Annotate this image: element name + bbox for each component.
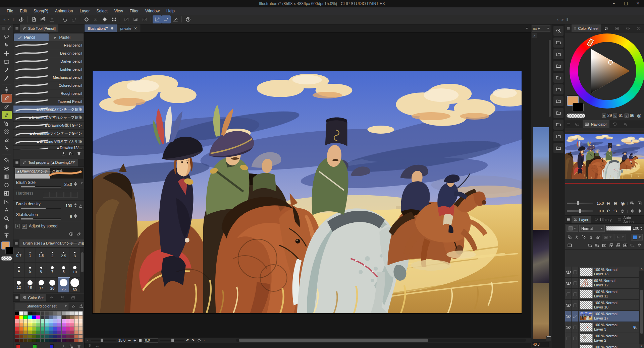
color-swatch[interactable] [36, 335, 40, 338]
layer-thumbnail[interactable] [580, 301, 593, 309]
color-swatch[interactable] [66, 316, 70, 319]
color-swatch[interactable] [28, 319, 32, 323]
color-swatch[interactable] [28, 331, 32, 335]
layer-visibility-eye-icon[interactable] [566, 271, 571, 274]
brush-size-17[interactable]: 17 [36, 278, 47, 293]
subtool-item[interactable]: Real pencil [13, 41, 84, 49]
brush-size-panel-menu-icon[interactable] [13, 239, 19, 247]
color-mode-toggle-icon[interactable]: ◎ [637, 113, 641, 119]
color-swatch[interactable] [45, 339, 49, 342]
approximate-color-tab[interactable] [612, 24, 623, 32]
brush-size-1.5[interactable]: 1.5 [36, 248, 47, 263]
color-swatch[interactable] [19, 327, 23, 331]
brush-size-scrollbar[interactable] [80, 248, 84, 293]
combine-to-lower-layer-icon[interactable] [615, 242, 622, 249]
stabilization-slider[interactable] [21, 218, 61, 220]
transfer-to-lower-layer-icon[interactable] [608, 242, 614, 249]
nav-fit-window-icon[interactable] [630, 200, 635, 206]
tool-eraser[interactable] [2, 136, 12, 144]
color-swatch[interactable] [28, 311, 32, 315]
transparent-color-swatch[interactable] [1, 256, 12, 261]
layer-check-box[interactable] [573, 281, 577, 285]
brush-size-12[interactable]: 12 [13, 278, 24, 293]
delete-subtool-icon[interactable] [76, 151, 82, 156]
color-swatch[interactable] [62, 331, 66, 335]
layer-row[interactable]: 100 % Normal Layer 13 [565, 267, 639, 278]
color-swatch[interactable] [23, 327, 28, 331]
brush-size-10[interactable]: 10 [69, 263, 80, 278]
color-swatch[interactable] [62, 311, 66, 315]
layer-check-box[interactable] [573, 337, 577, 340]
color-swatch[interactable] [23, 339, 28, 342]
artwork-canvas[interactable] [93, 71, 522, 313]
layer-row[interactable]: 60 % Normal Layer 12 [565, 278, 639, 289]
navigator-preview[interactable] [565, 134, 644, 179]
layer-visibility-eye-icon[interactable] [566, 315, 571, 318]
create-layer-mask-icon[interactable] [622, 242, 629, 249]
mat-image-button[interactable] [553, 108, 564, 118]
subtool-item[interactable]: ▲Drawing2/かすれシャープ鉛筆 [13, 114, 84, 122]
brush-size-5[interactable]: 5 [24, 263, 36, 278]
hardness-segments[interactable] [43, 192, 78, 198]
brush-size-large[interactable] [47, 293, 58, 293]
color-swatch[interactable] [78, 331, 83, 335]
tool-spark[interactable] [2, 223, 12, 231]
nav-rotate-right-icon[interactable]: ↷ [613, 208, 618, 214]
brush-size-large[interactable] [36, 293, 47, 293]
tool-move[interactable] [2, 49, 12, 58]
detail-settings-icon[interactable] [76, 231, 82, 236]
tool-blend[interactable] [2, 144, 12, 153]
apply-mask-icon[interactable] [629, 242, 636, 249]
color-swatch[interactable] [19, 311, 23, 315]
color-swatch[interactable] [49, 323, 53, 327]
color-swatch[interactable] [28, 316, 32, 319]
color-swatch[interactable] [70, 339, 74, 342]
color-swatch[interactable] [66, 323, 70, 327]
reference-image-dark[interactable] [533, 230, 549, 283]
layer-thumbnail[interactable] [580, 290, 593, 298]
layer-thumbnail[interactable] [580, 323, 593, 332]
color-swatch[interactable] [41, 319, 45, 323]
zoom-slider[interactable] [91, 340, 116, 341]
subtool-tab-pastel[interactable]: Pastel [49, 33, 84, 41]
cmd-selgray1-button[interactable] [122, 15, 131, 23]
layer-thumbnail[interactable] [580, 279, 593, 287]
color-swatch[interactable] [70, 323, 74, 327]
tool-lasso[interactable] [2, 32, 12, 41]
subtool-item[interactable]: ▲Drawing5/ヴィンテージGペン [13, 130, 84, 138]
cmd-snap2-button[interactable] [162, 15, 171, 23]
color-swatch[interactable] [32, 316, 36, 319]
tool-layermove[interactable] [2, 231, 12, 239]
color-set-dropdown[interactable]: Standard color set [15, 303, 68, 309]
color-swatch[interactable] [74, 327, 78, 331]
color-swatch[interactable] [32, 323, 36, 327]
canvas-stage[interactable] [85, 32, 531, 338]
color-swatch[interactable] [28, 323, 32, 327]
subtool-item[interactable]: Colored pencil [13, 81, 84, 89]
navigator-zoom-slider[interactable] [567, 203, 593, 204]
mat-pose-button[interactable] [553, 143, 564, 153]
dock-next-icon[interactable]: » [561, 17, 564, 22]
color-swatch[interactable] [15, 335, 19, 338]
brush-size-3[interactable]: 3 [69, 248, 80, 263]
cmd-help-button[interactable] [183, 15, 193, 23]
subtool-item[interactable]: Darker pencil [13, 57, 84, 65]
sv-triangle[interactable] [570, 33, 644, 109]
auto-action-tab[interactable]: Auto Action [614, 216, 644, 223]
layer-scroll-up-icon[interactable]: ∧ [639, 267, 644, 271]
adjust-by-speed-checkbox[interactable]: ✓ [22, 224, 27, 229]
density-pressure-button[interactable] [78, 204, 83, 209]
subtool-tab-pencil[interactable]: Pencil [14, 33, 49, 41]
close-button[interactable]: × [632, 0, 644, 7]
zoom-in-icon[interactable]: + [133, 338, 136, 343]
minimize-button[interactable]: – [608, 0, 620, 7]
color-swatch[interactable] [36, 327, 40, 331]
color-swatch[interactable] [66, 327, 70, 331]
layer-row[interactable]: 100 % Normal Layer 10 [565, 300, 639, 311]
rotation-value-box[interactable]: 0.0 [144, 338, 158, 343]
color-swatch[interactable] [23, 331, 28, 335]
brush-size-large[interactable] [24, 293, 36, 293]
color-swatch[interactable] [53, 316, 57, 319]
mat-pattern-button[interactable] [553, 73, 564, 83]
document-tab-0[interactable]: Illustration7* [85, 24, 117, 32]
